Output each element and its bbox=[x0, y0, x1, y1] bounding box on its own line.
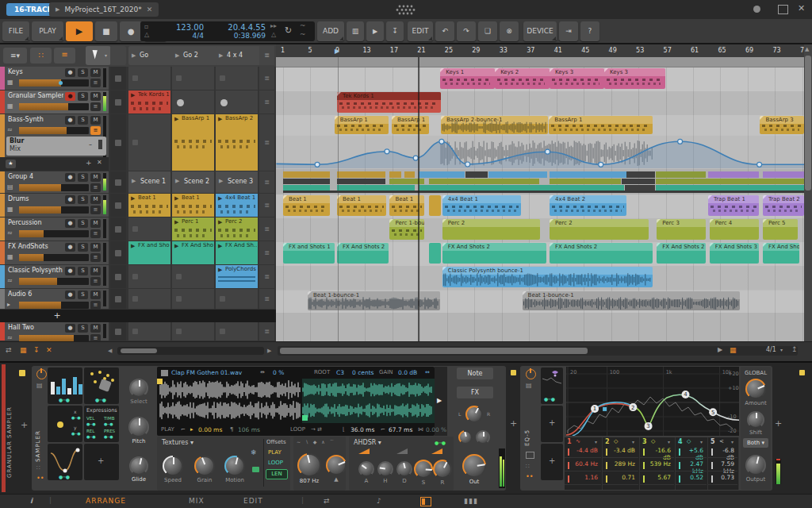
record-arm-button[interactable]: ● bbox=[65, 173, 75, 182]
sampler-power-icon[interactable] bbox=[36, 369, 47, 379]
launcher-cell[interactable] bbox=[216, 67, 258, 90]
fill-mode-icon[interactable]: ~ bbox=[300, 21, 306, 29]
shift-knob[interactable] bbox=[747, 411, 764, 429]
loop-length-value[interactable]: 67.7 ms bbox=[389, 426, 412, 433]
track-header-classic-polysynth[interactable]: Classic Polysynth●SM≈≡ bbox=[0, 265, 109, 288]
solo-button[interactable]: S bbox=[78, 267, 88, 275]
grid-view-button[interactable]: ∷ bbox=[30, 48, 52, 64]
env-d-knob[interactable] bbox=[396, 461, 412, 477]
clip-stop-cell[interactable] bbox=[110, 171, 126, 193]
sampler-expand-icon[interactable]: ▤ bbox=[36, 382, 43, 389]
time-value[interactable]: 0:38.969 bbox=[209, 32, 266, 40]
solo-button[interactable]: S bbox=[78, 92, 88, 101]
volume-slider[interactable] bbox=[19, 79, 89, 87]
solo-button[interactable]: S bbox=[78, 68, 88, 77]
launcher-cell[interactable]: ▶Tek Kords 1 bbox=[128, 90, 170, 114]
eq-modulator-add-slot[interactable]: + bbox=[541, 444, 563, 480]
launcher-cell[interactable]: ▶FX And Sh… bbox=[216, 241, 258, 264]
launcher-cell[interactable] bbox=[216, 90, 258, 114]
mute-button[interactable]: M bbox=[90, 68, 101, 77]
track-menu-icon[interactable]: ≡ bbox=[90, 183, 101, 192]
modulator-expressions[interactable]: ExpressionsVEL●─●TIMB●─●REL●─●PRES●─● bbox=[84, 406, 119, 442]
automation-close-icon[interactable]: ✕ bbox=[97, 159, 102, 166]
grain-knob[interactable] bbox=[194, 456, 215, 476]
mode-select-button[interactable]: Both ▾ bbox=[743, 438, 768, 448]
sample-play-cursor-icon[interactable]: ▶ bbox=[437, 397, 442, 404]
band-type-icon[interactable]: ◇ bbox=[614, 438, 618, 444]
eq-band-4-column[interactable]: 4◇▾+5.6 dB2.47 kHz0.52 bbox=[676, 437, 708, 490]
eq-display-svg[interactable]: 12345201001k10k+20+10-10-20 bbox=[566, 367, 739, 436]
clip-stop-cell[interactable] bbox=[110, 194, 126, 217]
duplicate-icon[interactable]: ❏ bbox=[478, 21, 497, 41]
file-menu-button[interactable]: FILE bbox=[2, 21, 29, 41]
volume-slider[interactable] bbox=[19, 206, 89, 214]
track-header-drums[interactable]: Drums●SM▦≡ bbox=[0, 194, 109, 217]
vscroll-thumb[interactable] bbox=[805, 56, 811, 190]
band-gain-value[interactable]: -3.4 dB bbox=[609, 447, 635, 454]
band-fader-icon[interactable] bbox=[606, 448, 607, 456]
send2-knob[interactable] bbox=[476, 430, 490, 444]
band-gain-value[interactable]: +5.6 dB bbox=[682, 447, 703, 461]
eq-band-2-column[interactable]: 2◇▾-3.4 dB289 Hz0.71 bbox=[603, 437, 640, 490]
device-enable-icon[interactable] bbox=[98, 140, 102, 149]
launcher-cell[interactable]: ▶FX and Sho… bbox=[128, 241, 170, 264]
speed-knob[interactable] bbox=[163, 456, 183, 476]
mute-button[interactable]: M bbox=[90, 173, 101, 182]
gain-value[interactable]: 0.0 dB bbox=[398, 369, 417, 376]
metronome-icon[interactable]: △ bbox=[144, 31, 149, 38]
record-arm-button[interactable]: ● bbox=[65, 267, 75, 275]
tempo-value[interactable]: 123.00 bbox=[163, 23, 204, 32]
fx-tab-button[interactable]: FX bbox=[457, 387, 493, 398]
env-r-knob[interactable] bbox=[433, 460, 452, 479]
loop-fade-value[interactable]: 0.00 % bbox=[426, 426, 446, 433]
band-freq-value[interactable]: 60.4 Hz bbox=[571, 460, 598, 468]
solo-button[interactable]: S bbox=[78, 324, 88, 333]
band-freq-value[interactable]: 2.47 kHz bbox=[682, 460, 703, 475]
window-restore-icon[interactable] bbox=[778, 5, 788, 14]
note-io-icon[interactable]: ♪ bbox=[377, 497, 381, 505]
modulator-xy[interactable]: x●─●y●─● bbox=[48, 406, 82, 442]
volume-slider[interactable] bbox=[19, 278, 89, 285]
clip-stop-cell[interactable] bbox=[110, 265, 126, 288]
punch-in-icon[interactable]: ▸▸ bbox=[270, 22, 277, 29]
send1-knob[interactable] bbox=[458, 430, 473, 444]
band-gain-value[interactable]: -4.4 dB bbox=[571, 447, 598, 454]
launcher-cell[interactable]: Scene 1▶ bbox=[128, 171, 170, 193]
launcher-cell[interactable]: ▶Beat 1 bbox=[172, 194, 214, 217]
clip-stop-cell[interactable] bbox=[110, 241, 126, 264]
band-fader-icon[interactable] bbox=[568, 462, 569, 469]
band-q-value[interactable]: 0.73 bbox=[714, 474, 734, 481]
eq-band-1-column[interactable]: 1∿▾-4.4 dB60.4 Hz1.16 bbox=[565, 437, 603, 490]
tab-mix[interactable]: MIX bbox=[189, 497, 205, 505]
select-knob[interactable] bbox=[129, 379, 148, 398]
modulator-random[interactable]: ●─● bbox=[84, 368, 119, 404]
solo-button[interactable]: S bbox=[78, 291, 88, 299]
stop-button[interactable]: ■ bbox=[95, 21, 117, 41]
io-routing-icon[interactable]: ⇄ bbox=[324, 497, 330, 505]
launcher-cell[interactable]: ▶FX And Sho… bbox=[172, 241, 214, 264]
track-header-bass-synth[interactable]: Bass-Synth●SM≈≡BlurMix–★+✕ bbox=[0, 114, 109, 171]
band-freq-value[interactable]: 539 Hz bbox=[646, 460, 671, 468]
track-menu-button[interactable]: ≡▾ bbox=[3, 48, 27, 64]
band-gain-value[interactable]: -6.8 dB bbox=[714, 447, 734, 461]
launcher-cell[interactable]: ▶4x4 Beat 1 bbox=[216, 194, 258, 217]
loop-icon[interactable]: ↻ bbox=[285, 25, 292, 36]
ahdsr-title[interactable]: AHDSR ▾ bbox=[354, 439, 381, 446]
panel-expand-icon[interactable]: ↥ bbox=[791, 345, 798, 353]
band-type-caret-icon[interactable]: ▾ bbox=[700, 439, 703, 444]
track-menu-icon[interactable]: ≡ bbox=[90, 102, 101, 111]
scroll-to-playhead-icon[interactable]: ↧ bbox=[386, 21, 404, 41]
motion-knob[interactable] bbox=[224, 456, 245, 476]
band-fader-icon[interactable] bbox=[606, 462, 607, 469]
add-modulator-icon[interactable]: + bbox=[98, 456, 104, 465]
env-s-knob[interactable] bbox=[414, 460, 433, 479]
mute-button[interactable]: M bbox=[90, 267, 101, 275]
launcher-cell[interactable] bbox=[128, 114, 170, 171]
volume-slider[interactable] bbox=[19, 184, 89, 191]
cents-value[interactable]: 0 cents bbox=[352, 369, 374, 376]
arranger-hscroll-thumb[interactable] bbox=[280, 348, 588, 354]
band-freq-value[interactable]: 289 Hz bbox=[609, 460, 635, 468]
grid-resolution-caret-icon[interactable]: ▾ bbox=[780, 347, 783, 352]
track-menu-icon[interactable]: ≡ bbox=[90, 301, 101, 310]
zoom-fit-icon[interactable]: ⇔ bbox=[425, 369, 430, 375]
